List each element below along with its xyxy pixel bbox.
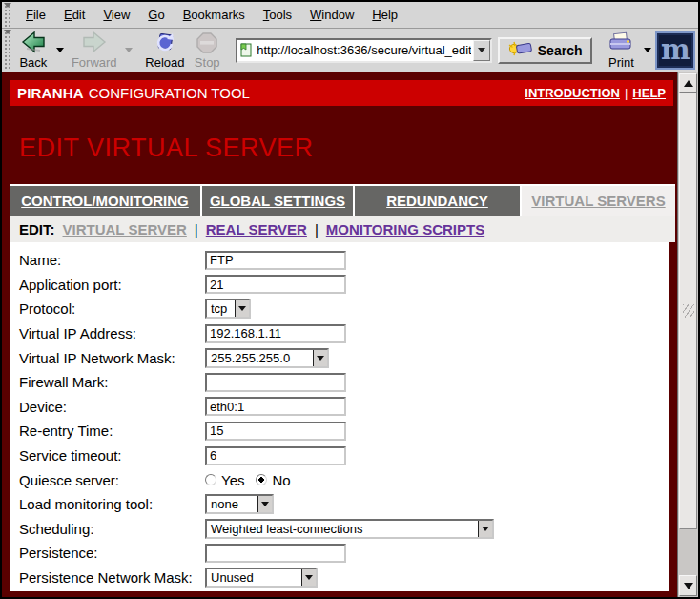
combo-arrow-icon[interactable] bbox=[313, 350, 327, 366]
subnav-monitoring-scripts-link[interactable]: MONITORING SCRIPTS bbox=[326, 221, 484, 238]
subnav-real-server-link[interactable]: REAL SERVER bbox=[206, 221, 307, 238]
load-monitoring-tool-label: Load monitoring tool: bbox=[19, 496, 205, 512]
quiesce-server-radio-input-no[interactable] bbox=[256, 474, 267, 485]
combo-arrow-icon[interactable] bbox=[478, 521, 492, 537]
scrollbar-thumb[interactable] bbox=[679, 93, 697, 529]
url-bar bbox=[236, 38, 492, 63]
back-button[interactable]: Back bbox=[14, 30, 52, 71]
device-input[interactable] bbox=[205, 397, 346, 416]
protocol-select[interactable]: tcp bbox=[205, 299, 251, 319]
subnav-prefix: EDIT: bbox=[19, 221, 55, 238]
scheduling-select[interactable]: Weighted least-connections bbox=[205, 519, 494, 539]
header-link-separator: | bbox=[625, 86, 628, 100]
back-icon bbox=[20, 31, 47, 55]
subnav-virtual-server-link[interactable]: VIRTUAL SERVER bbox=[63, 221, 187, 238]
scroll-down-icon bbox=[684, 583, 693, 589]
firewall-mark-label: Firewall Mark: bbox=[19, 374, 205, 390]
stop-button[interactable]: Stop bbox=[188, 30, 226, 71]
form-row-virtual-ip-network-mask: Virtual IP Network Mask:255.255.255.0 bbox=[19, 345, 669, 370]
persistence-label: Persistence: bbox=[19, 545, 205, 561]
firewall-mark-control bbox=[205, 373, 346, 392]
combo-arrow-icon[interactable] bbox=[235, 300, 249, 317]
browser-window: File Edit View Go Bookmarks Tools Window… bbox=[0, 0, 700, 599]
persistence-network-mask-control: Unused bbox=[205, 568, 318, 588]
virtual-ip-network-mask-label: Virtual IP Network Mask: bbox=[19, 350, 205, 366]
application-port-input[interactable] bbox=[205, 275, 346, 294]
re-entry-time-label: Re-entry Time: bbox=[19, 423, 205, 439]
print-icon bbox=[607, 31, 634, 55]
persistence-network-mask-select[interactable]: Unused bbox=[205, 568, 318, 588]
menu-view[interactable]: View bbox=[103, 8, 130, 22]
scheduling-selected-value: Weighted least-connections bbox=[207, 522, 478, 536]
mozilla-logo[interactable]: m bbox=[655, 31, 695, 70]
brand-name: PIRANHA bbox=[17, 85, 84, 101]
combo-arrow-icon[interactable] bbox=[301, 569, 316, 586]
name-input[interactable] bbox=[205, 251, 346, 270]
print-dropdown-icon[interactable] bbox=[644, 48, 651, 52]
reload-button[interactable]: Reload bbox=[142, 30, 189, 71]
menu-window[interactable]: Window bbox=[310, 8, 354, 22]
scroll-down-button[interactable] bbox=[679, 575, 697, 596]
virtual-ip-network-mask-control: 255.255.255.0 bbox=[205, 348, 329, 368]
menu-bookmarks[interactable]: Bookmarks bbox=[183, 8, 245, 22]
virtual-ip-network-mask-select[interactable]: 255.255.255.0 bbox=[205, 348, 329, 368]
tab-virtual-servers[interactable]: VIRTUAL SERVERS bbox=[522, 186, 675, 216]
menu-help[interactable]: Help bbox=[372, 8, 398, 22]
print-button[interactable]: Print bbox=[602, 30, 640, 71]
form-row-persistence: Persistence: bbox=[19, 541, 669, 566]
search-label: Search bbox=[538, 43, 583, 58]
quiesce-server-radio-yes[interactable]: Yes bbox=[205, 472, 244, 488]
firewall-mark-input[interactable] bbox=[205, 373, 346, 392]
page-content: PIRANHA CONFIGURATION TOOL INTRODUCTION … bbox=[2, 72, 677, 597]
re-entry-time-control bbox=[205, 422, 346, 441]
form-row-re-entry-time: Re-entry Time: bbox=[19, 419, 669, 444]
url-dropdown-button[interactable] bbox=[473, 40, 490, 61]
toolbar-grippy[interactable] bbox=[3, 30, 12, 71]
back-label: Back bbox=[19, 55, 47, 70]
introduction-link[interactable]: INTRODUCTION bbox=[525, 86, 620, 100]
search-button[interactable]: Search bbox=[498, 37, 593, 64]
help-link[interactable]: HELP bbox=[632, 86, 666, 100]
persistence-input[interactable] bbox=[205, 544, 346, 563]
load-monitoring-tool-control: none bbox=[205, 494, 274, 514]
menu-go[interactable]: Go bbox=[148, 8, 164, 22]
form-row-protocol: Protocol:tcp bbox=[19, 297, 669, 321]
re-entry-time-input[interactable] bbox=[205, 422, 346, 441]
scroll-up-button[interactable] bbox=[679, 73, 697, 93]
browser-content-area: PIRANHA CONFIGURATION TOOL INTRODUCTION … bbox=[2, 72, 698, 597]
quiesce-server-radio-no[interactable]: No bbox=[256, 472, 290, 488]
tab-global-settings[interactable]: GLOBAL SETTINGS bbox=[202, 186, 353, 216]
forward-button[interactable]: Forward bbox=[68, 30, 121, 71]
form-row-service-timeout: Service timeout: bbox=[19, 444, 669, 468]
form-row-quiesce-server: Quiesce server:YesNo bbox=[19, 467, 669, 492]
tab-control-monitoring[interactable]: CONTROL/MONITORING bbox=[10, 186, 200, 216]
protocol-control: tcp bbox=[205, 299, 251, 319]
load-monitoring-tool-select[interactable]: none bbox=[205, 494, 274, 514]
menu-file[interactable]: File bbox=[26, 8, 46, 22]
navigation-toolbar: Back Forward Reload Stop bbox=[2, 29, 698, 72]
url-input[interactable] bbox=[255, 43, 473, 57]
forward-dropdown-icon[interactable] bbox=[125, 48, 133, 52]
back-dropdown-icon[interactable] bbox=[56, 48, 64, 52]
menu-edit[interactable]: Edit bbox=[64, 8, 85, 22]
quiesce-server-label: Quiesce server: bbox=[19, 472, 205, 488]
form-row-persistence-network-mask: Persistence Network Mask:Unused bbox=[19, 566, 669, 590]
form-row-firewall-mark: Firewall Mark: bbox=[19, 370, 669, 395]
menubar-grippy[interactable] bbox=[3, 3, 12, 27]
menu-tools[interactable]: Tools bbox=[263, 8, 292, 22]
protocol-selected-value: tcp bbox=[207, 301, 235, 316]
virtual-ip-network-mask-selected-value: 255.255.255.0 bbox=[207, 351, 313, 365]
quiesce-server-radio-input-yes[interactable] bbox=[205, 474, 216, 485]
combo-arrow-icon[interactable] bbox=[257, 496, 272, 512]
reload-icon bbox=[153, 31, 177, 55]
page-title: EDIT VIRTUAL SERVER bbox=[19, 134, 314, 163]
radio-label: No bbox=[272, 472, 290, 488]
virtual-ip-address-input[interactable] bbox=[205, 324, 346, 343]
form-row-load-monitoring-tool: Load monitoring tool:none bbox=[19, 492, 669, 517]
bookmark-icon[interactable] bbox=[237, 43, 255, 57]
tab-redundancy[interactable]: REDUNDANCY bbox=[355, 186, 520, 216]
service-timeout-input[interactable] bbox=[205, 446, 346, 465]
tab-bar: CONTROL/MONITORING GLOBAL SETTINGS REDUN… bbox=[10, 184, 675, 216]
name-label: Name: bbox=[19, 252, 205, 268]
vertical-scrollbar bbox=[677, 72, 698, 597]
